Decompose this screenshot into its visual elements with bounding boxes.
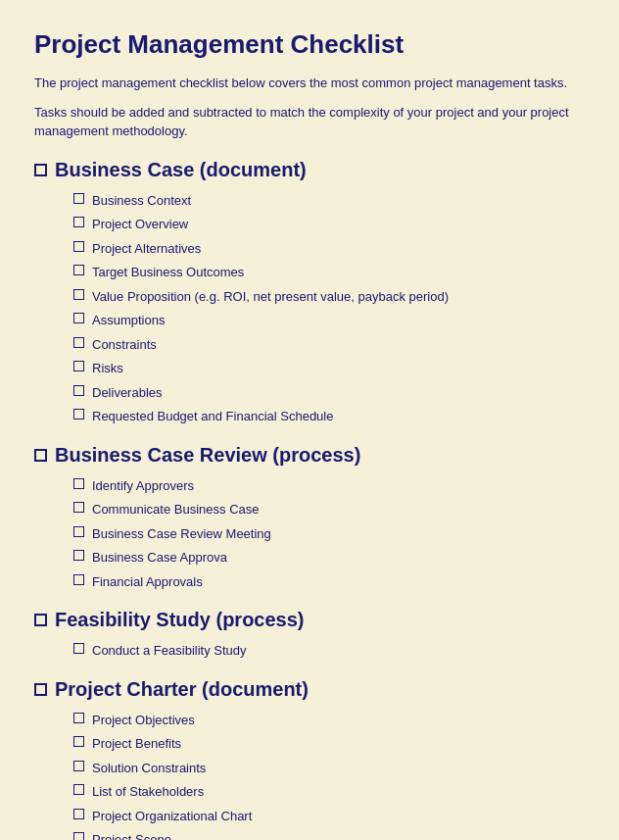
list-item: Project Scope <box>73 830 585 840</box>
item-checkbox-0-6[interactable] <box>73 337 84 348</box>
section-checkbox-2[interactable] <box>34 614 47 626</box>
item-label-3-1: Project Benefits <box>92 734 181 754</box>
item-checkbox-3-2[interactable] <box>73 761 84 771</box>
item-label-3-4: Project Organizational Chart <box>92 807 252 826</box>
list-item: Target Business Outcomes <box>73 263 585 282</box>
item-label-1-4: Financial Approvals <box>92 572 203 592</box>
item-checkbox-0-0[interactable] <box>73 193 84 204</box>
item-checkbox-2-0[interactable] <box>73 643 84 654</box>
item-checkbox-3-5[interactable] <box>73 832 84 840</box>
item-checkbox-0-7[interactable] <box>73 361 84 371</box>
item-checkbox-0-2[interactable] <box>73 241 84 252</box>
list-item: Requested Budget and Financial Schedule <box>73 407 585 426</box>
item-checkbox-3-0[interactable] <box>73 713 84 723</box>
item-checkbox-0-5[interactable] <box>73 313 84 323</box>
item-label-0-6: Constraints <box>92 335 157 355</box>
item-checkbox-0-1[interactable] <box>73 217 84 227</box>
item-checkbox-3-4[interactable] <box>73 809 84 819</box>
section-business-case-review: Business Case Review (process)Identify A… <box>34 444 585 592</box>
list-item: Project Organizational Chart <box>73 807 585 826</box>
item-checkbox-3-3[interactable] <box>73 784 84 795</box>
list-item: Risks <box>73 359 585 378</box>
item-checkbox-1-0[interactable] <box>73 478 84 489</box>
section-business-case-document: Business Case (document)Business Context… <box>34 159 585 426</box>
list-item: Identify Approvers <box>73 476 585 496</box>
list-item: Business Case Approva <box>73 548 585 568</box>
item-checkbox-1-4[interactable] <box>73 574 84 585</box>
list-item: Solution Constraints <box>73 759 585 778</box>
page-title: Project Management Checklist <box>34 29 585 60</box>
item-checkbox-0-4[interactable] <box>73 289 84 300</box>
description-1: The project management checklist below c… <box>34 74 585 93</box>
item-label-3-2: Solution Constraints <box>92 759 206 778</box>
list-item: Project Alternatives <box>73 239 585 259</box>
section-feasibility-study: Feasibility Study (process)Conduct a Fea… <box>34 609 585 661</box>
section-checkbox-3[interactable] <box>34 683 47 696</box>
item-checkbox-3-1[interactable] <box>73 736 84 747</box>
item-label-3-5: Project Scope <box>92 830 171 840</box>
item-label-0-1: Project Overview <box>92 215 188 234</box>
list-item: Deliverables <box>73 383 585 403</box>
item-label-2-0: Conduct a Feasibility Study <box>92 641 247 661</box>
item-checkbox-0-8[interactable] <box>73 385 84 396</box>
description-2: Tasks should be added and subtracted to … <box>34 103 585 141</box>
item-checkbox-0-9[interactable] <box>73 409 84 420</box>
item-label-1-1: Communicate Business Case <box>92 500 260 519</box>
section-title-1: Business Case Review (process) <box>55 444 360 467</box>
list-item: Financial Approvals <box>73 572 585 592</box>
list-item: Value Proposition (e.g. ROI, net present… <box>73 287 585 307</box>
item-label-0-5: Assumptions <box>92 311 165 330</box>
item-label-1-0: Identify Approvers <box>92 476 194 496</box>
item-label-0-0: Business Context <box>92 191 191 211</box>
section-title-2: Feasibility Study (process) <box>55 609 305 631</box>
section-checkbox-0[interactable] <box>34 164 47 176</box>
list-item: Communicate Business Case <box>73 500 585 519</box>
item-checkbox-1-2[interactable] <box>73 526 84 537</box>
list-item: Project Benefits <box>73 734 585 754</box>
item-checkbox-0-3[interactable] <box>73 265 84 275</box>
item-label-0-8: Deliverables <box>92 383 163 403</box>
section-project-charter: Project Charter (document)Project Object… <box>34 678 585 841</box>
item-checkbox-1-3[interactable] <box>73 550 84 561</box>
section-checkbox-1[interactable] <box>34 449 47 462</box>
section-title-0: Business Case (document) <box>55 159 307 181</box>
item-label-3-3: List of Stakeholders <box>92 782 204 802</box>
item-label-1-2: Business Case Review Meeting <box>92 524 271 544</box>
item-label-0-2: Project Alternatives <box>92 239 201 259</box>
item-label-0-4: Value Proposition (e.g. ROI, net present… <box>92 287 449 307</box>
list-item: Project Objectives <box>73 711 585 730</box>
item-checkbox-1-1[interactable] <box>73 502 84 513</box>
list-item: List of Stakeholders <box>73 782 585 802</box>
list-item: Assumptions <box>73 311 585 330</box>
list-item: Conduct a Feasibility Study <box>73 641 585 661</box>
item-label-1-3: Business Case Approva <box>92 548 227 568</box>
item-label-0-7: Risks <box>92 359 123 378</box>
list-item: Business Case Review Meeting <box>73 524 585 544</box>
list-item: Constraints <box>73 335 585 355</box>
item-label-0-3: Target Business Outcomes <box>92 263 244 282</box>
list-item: Business Context <box>73 191 585 211</box>
item-label-3-0: Project Objectives <box>92 711 195 730</box>
item-label-0-9: Requested Budget and Financial Schedule <box>92 407 333 426</box>
section-title-3: Project Charter (document) <box>55 678 309 701</box>
list-item: Project Overview <box>73 215 585 234</box>
